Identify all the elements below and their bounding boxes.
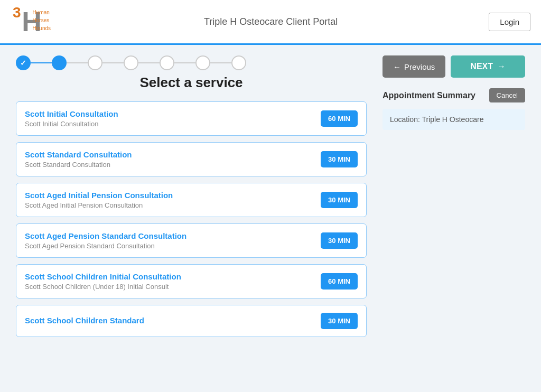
page-heading: Select a service bbox=[16, 74, 367, 91]
step-1: ✓ bbox=[16, 55, 31, 70]
logo-area: H 3 HumanHorsesHounds bbox=[11, 2, 53, 42]
duration-badge-3: 30 MIN bbox=[321, 192, 358, 208]
service-card-2[interactable]: Scott Standard Consultation Scott Standa… bbox=[16, 142, 367, 176]
header: H 3 HumanHorsesHounds Triple H Osteocare… bbox=[0, 0, 541, 45]
service-info-1: Scott Initial Consultation Scott Initial… bbox=[25, 109, 312, 128]
service-info-6: Scott School Children Standard bbox=[25, 316, 312, 326]
step-line-1 bbox=[31, 62, 52, 63]
service-desc-3: Scott Aged Initial Pension Consultation bbox=[25, 201, 312, 209]
service-card-3[interactable]: Scott Aged Initial Pension Consultation … bbox=[16, 183, 367, 217]
next-button[interactable]: NEXT → bbox=[451, 55, 525, 78]
step-line-3 bbox=[102, 62, 124, 63]
logo-tagline: HumanHorsesHounds bbox=[33, 8, 51, 32]
login-button[interactable]: Login bbox=[489, 13, 530, 31]
service-card-5[interactable]: Scott School Children Initial Consultati… bbox=[16, 264, 367, 298]
services-list: Scott Initial Consultation Scott Initial… bbox=[16, 101, 367, 337]
service-card-6[interactable]: Scott School Children Standard 30 MIN bbox=[16, 305, 367, 337]
previous-button[interactable]: ← Previous bbox=[383, 55, 445, 78]
service-card-1[interactable]: Scott Initial Consultation Scott Initial… bbox=[16, 101, 367, 136]
summary-title: Appointment Summary bbox=[383, 91, 475, 100]
service-name-2: Scott Standard Consultation bbox=[25, 150, 312, 159]
left-panel: ✓ Select a service bbox=[16, 55, 367, 343]
service-info-4: Scott Aged Pension Standard Consultation… bbox=[25, 231, 312, 250]
prev-arrow-icon: ← bbox=[393, 62, 401, 71]
service-name-5: Scott School Children Initial Consultati… bbox=[25, 272, 312, 281]
duration-badge-5: 60 MIN bbox=[321, 273, 358, 290]
step-line-5 bbox=[174, 62, 195, 63]
step-7 bbox=[231, 55, 246, 70]
next-label: NEXT bbox=[470, 62, 493, 71]
service-desc-1: Scott Initial Consultation bbox=[25, 120, 312, 128]
next-arrow-icon: → bbox=[497, 62, 506, 71]
stepper: ✓ bbox=[16, 55, 367, 70]
step-6 bbox=[195, 55, 210, 70]
step-2 bbox=[52, 55, 67, 70]
service-desc-2: Scott Standard Consultation bbox=[25, 161, 312, 169]
step-line-4 bbox=[138, 62, 160, 63]
service-info-2: Scott Standard Consultation Scott Standa… bbox=[25, 150, 312, 169]
previous-label: Previous bbox=[404, 62, 435, 71]
service-desc-5: Scott School Children (Under 18) Initial… bbox=[25, 283, 312, 291]
duration-badge-6: 30 MIN bbox=[321, 313, 358, 329]
step-line-6 bbox=[210, 62, 231, 63]
service-info-3: Scott Aged Initial Pension Consultation … bbox=[25, 191, 312, 209]
right-panel: ← Previous NEXT → Appointment Summary Ca… bbox=[383, 55, 525, 343]
step-4 bbox=[124, 55, 138, 70]
step-3 bbox=[88, 55, 102, 70]
cancel-button[interactable]: Cancel bbox=[489, 88, 525, 102]
step-5 bbox=[160, 55, 174, 70]
service-name-1: Scott Initial Consultation bbox=[25, 109, 312, 118]
duration-badge-2: 30 MIN bbox=[321, 151, 358, 167]
service-info-5: Scott School Children Initial Consultati… bbox=[25, 272, 312, 291]
step-line-2 bbox=[67, 62, 88, 63]
logo-3-number: 3 bbox=[13, 4, 21, 21]
location-box: Location: Triple H Osteocare bbox=[383, 109, 525, 130]
service-card-4[interactable]: Scott Aged Pension Standard Consultation… bbox=[16, 223, 367, 258]
service-name-6: Scott School Children Standard bbox=[25, 316, 312, 325]
service-name-3: Scott Aged Initial Pension Consultation bbox=[25, 191, 312, 200]
duration-badge-1: 60 MIN bbox=[321, 110, 358, 127]
nav-buttons: ← Previous NEXT → bbox=[383, 55, 525, 78]
step-2-dot bbox=[57, 60, 62, 66]
header-title: Triple H Osteocare Client Portal bbox=[53, 16, 489, 27]
service-desc-4: Scott Aged Pension Standard Consultation bbox=[25, 242, 312, 250]
service-name-4: Scott Aged Pension Standard Consultation bbox=[25, 231, 312, 240]
step-1-check: ✓ bbox=[20, 59, 26, 67]
logo-box: H 3 HumanHorsesHounds bbox=[11, 2, 53, 42]
main-content: ✓ Select a service bbox=[0, 45, 541, 354]
summary-header: Appointment Summary Cancel bbox=[383, 88, 525, 102]
duration-badge-4: 30 MIN bbox=[321, 232, 358, 249]
